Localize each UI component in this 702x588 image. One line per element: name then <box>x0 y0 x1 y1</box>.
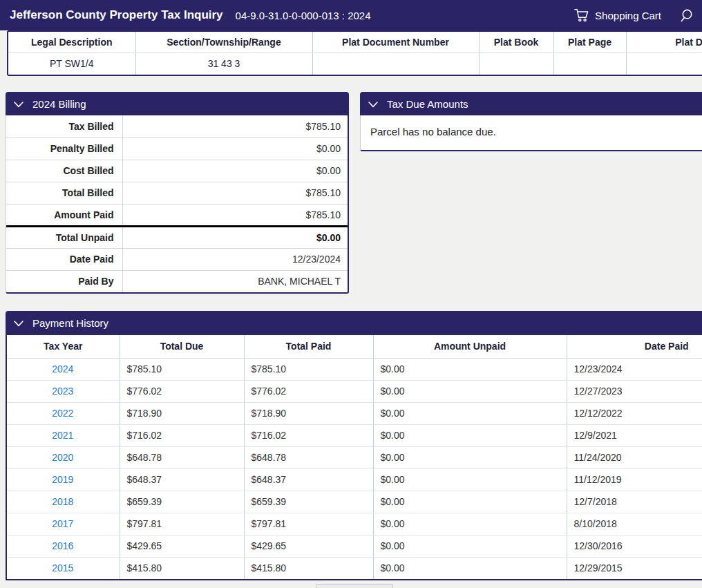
payment-total-paid-cell: $429.65 <box>244 535 373 557</box>
shopping-cart-button[interactable]: Shopping Cart <box>574 8 661 22</box>
search-button[interactable] <box>681 8 695 23</box>
payment-tax-year-cell: 2015 <box>7 557 120 579</box>
payment-date-paid-cell: 11/12/2019 <box>567 468 702 491</box>
billing-row-label: Date Paid <box>6 248 122 270</box>
cell-plat-date <box>626 53 702 75</box>
billing-row: Total Billed$785.10 <box>6 182 348 204</box>
tax-year-link[interactable]: 2017 <box>52 518 73 529</box>
payment-col-header: Total Due <box>120 335 244 358</box>
payment-amount-unpaid-cell: $0.00 <box>373 424 567 446</box>
payment-history-row: 2016$429.65$429.65$0.0012/30/2016 <box>7 535 702 557</box>
payment-total-paid-cell: $776.02 <box>244 380 373 402</box>
col-header-legal-description: Legal Description <box>8 32 135 53</box>
payment-total-due-cell: $716.02 <box>120 424 244 446</box>
payment-history-body: Tax YearTotal DueTotal PaidAmount Unpaid… <box>6 335 702 580</box>
billing-panel-header[interactable]: 2024 Billing <box>6 92 349 115</box>
legal-header-row: Legal Description Section/Township/Range… <box>8 32 702 53</box>
payment-total-due-cell: $648.78 <box>120 446 244 468</box>
payment-history-row: 2019$648.37$648.37$0.0011/12/2019 <box>7 468 702 491</box>
tax-year-link[interactable]: 2023 <box>52 386 73 397</box>
tax-year-link[interactable]: 2024 <box>52 363 73 374</box>
tax-year-link[interactable]: 2018 <box>52 496 73 507</box>
billing-row-label: Tax Billed <box>6 115 122 137</box>
payment-total-due-cell: $659.39 <box>120 491 244 513</box>
parcel-id: 04-9.0-31.0-0-000-013 : 2024 <box>236 10 371 21</box>
payment-amount-unpaid-cell: $0.00 <box>373 446 567 468</box>
payment-history-row: 2018$659.39$659.39$0.0012/7/2018 <box>7 491 702 513</box>
tax-year-link[interactable]: 2019 <box>52 474 73 485</box>
payment-tax-year-cell: 2019 <box>7 468 120 491</box>
payment-amount-unpaid-cell: $0.00 <box>373 557 567 579</box>
payment-total-due-cell: $718.90 <box>120 402 244 424</box>
legal-description-table: Legal Description Section/Township/Range… <box>7 30 702 76</box>
payment-history-row: 2021$716.02$716.02$0.0012/9/2021 <box>7 424 702 446</box>
payment-history-panel-header[interactable]: Payment History <box>6 311 702 335</box>
payment-tax-year-cell: 2017 <box>7 513 120 535</box>
tax-year-link[interactable]: 2021 <box>52 430 73 441</box>
payment-total-paid-cell: $648.78 <box>244 446 373 468</box>
payment-date-paid-cell: 12/12/2022 <box>567 402 702 424</box>
billing-row-value: BANK, MICHAEL T <box>122 270 348 292</box>
payment-date-paid-cell: 11/24/2020 <box>567 446 702 468</box>
tax-due-panel: Tax Due Amounts Parcel has no balance du… <box>360 92 702 151</box>
payment-tax-year-cell: 2021 <box>7 424 120 446</box>
payment-history-row: 2022$718.90$718.90$0.0012/12/2022 <box>7 402 702 424</box>
payment-date-paid-cell: 12/23/2024 <box>567 358 702 380</box>
tax-year-link[interactable]: 2016 <box>52 540 73 551</box>
app-header: Jefferson County Property Tax Inquiry 04… <box>0 0 702 30</box>
payment-total-paid-cell: $415.80 <box>244 557 373 579</box>
billing-row-value: $0.00 <box>122 137 348 160</box>
tax-year-link[interactable]: 2022 <box>52 408 73 419</box>
payment-history-panel: Payment History Tax YearTotal DueTotal P… <box>6 311 702 580</box>
payment-tax-year-cell: 2024 <box>7 358 120 380</box>
page-title: Jefferson County Property Tax Inquiry <box>10 8 223 22</box>
tax-year-link[interactable]: 2020 <box>52 452 73 463</box>
panels-row: 2024 Billing Tax Billed$785.10Penalty Bi… <box>6 92 702 294</box>
payment-col-header: Amount Unpaid <box>373 335 567 358</box>
billing-row: Date Paid12/23/2024 <box>6 248 348 270</box>
shopping-cart-label: Shopping Cart <box>595 10 661 21</box>
cell-section-township-range: 31 43 3 <box>135 53 312 75</box>
payment-tax-year-cell: 2018 <box>7 491 120 513</box>
cell-plat-document-number <box>312 53 479 75</box>
clipped-bottom-control[interactable] <box>316 584 393 588</box>
legal-data-row: PT SW1/4 31 43 3 <box>8 53 702 75</box>
cell-plat-book <box>479 53 553 75</box>
tax-due-panel-header[interactable]: Tax Due Amounts <box>360 92 702 115</box>
billing-row: Amount Paid$785.10 <box>6 204 348 226</box>
billing-row: Paid ByBANK, MICHAEL T <box>6 270 348 292</box>
payment-tax-year-cell: 2022 <box>7 402 120 424</box>
billing-row-label: Total Billed <box>6 182 122 204</box>
tax-year-link[interactable]: 2015 <box>52 562 73 573</box>
billing-row-value: $785.10 <box>122 182 348 204</box>
billing-row-value: 12/23/2024 <box>122 248 348 270</box>
billing-row: Total Unpaid$0.00 <box>6 226 348 248</box>
payment-header-row: Tax YearTotal DueTotal PaidAmount Unpaid… <box>7 335 702 358</box>
payment-history-row: 2017$797.81$797.81$0.008/10/2018 <box>7 513 702 535</box>
billing-row: Cost Billed$0.00 <box>6 160 348 182</box>
payment-total-due-cell: $648.37 <box>120 468 244 491</box>
billing-row: Penalty Billed$0.00 <box>6 137 348 160</box>
billing-row-value: $0.00 <box>122 226 348 248</box>
payment-date-paid-cell: 12/9/2021 <box>567 424 702 446</box>
payment-amount-unpaid-cell: $0.00 <box>373 535 567 557</box>
payment-total-due-cell: $797.81 <box>120 513 244 535</box>
payment-history-row: 2015$415.80$415.80$0.0012/29/2015 <box>7 557 702 579</box>
payment-col-header: Total Paid <box>244 335 373 358</box>
tax-due-panel-title: Tax Due Amounts <box>387 98 468 110</box>
shopping-cart-icon <box>574 8 589 22</box>
payment-total-paid-cell: $716.02 <box>244 424 373 446</box>
payment-tax-year-cell: 2016 <box>7 535 120 557</box>
search-icon <box>681 8 695 23</box>
cell-legal-description: PT SW1/4 <box>8 53 135 75</box>
payment-total-paid-cell: $718.90 <box>244 402 373 424</box>
billing-row-value: $785.10 <box>122 115 348 137</box>
billing-row-label: Amount Paid <box>6 204 122 226</box>
payment-history-row: 2020$648.78$648.78$0.0011/24/2020 <box>7 446 702 468</box>
payment-history-row: 2023$776.02$776.02$0.0012/27/2023 <box>7 380 702 402</box>
payment-amount-unpaid-cell: $0.00 <box>373 358 567 380</box>
payment-tax-year-cell: 2020 <box>7 446 120 468</box>
payment-amount-unpaid-cell: $0.00 <box>373 468 567 491</box>
tax-due-message: Parcel has no balance due. <box>360 115 702 151</box>
payment-col-header: Tax Year <box>7 335 120 358</box>
